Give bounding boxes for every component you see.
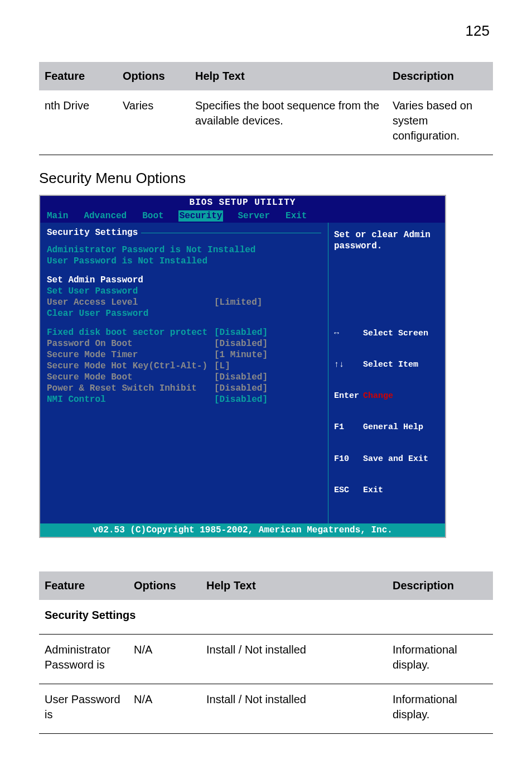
boot-table: Feature Options Help Text Description nt… (39, 62, 493, 155)
nav-action: General Help (363, 422, 423, 432)
secure-timer-value: [1 Minute] (214, 349, 268, 361)
page-number: 125 (39, 22, 493, 40)
power-reset-inhibit[interactable]: Power & Reset Switch Inhibit (47, 383, 214, 394)
secure-boot-value: [Disabled] (214, 372, 268, 383)
table-row: User Password is N/A Install / Not insta… (39, 684, 493, 734)
cell-feature: User Password is (39, 684, 128, 734)
nav-key: F1 (334, 422, 363, 433)
nav-action: Save and Exit (363, 454, 428, 464)
nav-key: Enter (334, 391, 363, 402)
fixed-disk-value: [Disabled] (214, 327, 268, 338)
nav-action: Change (363, 391, 393, 401)
nmi-control[interactable]: NMI Control (47, 394, 214, 405)
cell-help: Install / Not installed (201, 635, 387, 684)
th-options: Options (117, 62, 190, 90)
cell-help: Specifies the boot sequence from the ava… (190, 90, 387, 155)
secure-mode-timer[interactable]: Secure Mode Timer (47, 349, 214, 361)
tab-exit[interactable]: Exit (284, 210, 308, 222)
secure-hotkey-value: [L] (214, 361, 230, 372)
cell-desc: Varies based on system configuration. (387, 90, 493, 155)
tab-boot[interactable]: Boot (141, 210, 165, 222)
table-row: nth Drive Varies Specifies the boot sequ… (39, 90, 493, 155)
nav-action: Select Screen (363, 329, 428, 338)
th-feature: Feature (39, 62, 117, 90)
section-row: Security Settings (39, 600, 493, 635)
nav-key: ↑↓ (334, 360, 363, 371)
bios-footer: v02.53 (C)Copyright 1985-2002, American … (40, 523, 445, 537)
cell-desc: Informational display. (387, 684, 493, 734)
bios-main-panel: Security Settings Administrator Password… (40, 223, 328, 523)
clear-user-password[interactable]: Clear User Password (47, 308, 321, 319)
password-on-boot-value: [Disabled] (214, 338, 268, 349)
nav-key: F10 (334, 454, 363, 465)
bios-title: BIOS SETUP UTILITY (40, 196, 445, 209)
set-admin-password[interactable]: Set Admin Password (47, 275, 321, 286)
security-table: Feature Options Help Text Description Se… (39, 571, 493, 734)
bios-menu-bar[interactable]: Main Advanced Boot Security Server Exit (40, 209, 445, 223)
bios-screenshot: BIOS SETUP UTILITY Main Advanced Boot Se… (39, 195, 446, 538)
th-options: Options (128, 571, 201, 600)
power-reset-value: [Disabled] (214, 383, 268, 394)
tab-main[interactable]: Main (46, 210, 69, 222)
nav-action: Select Item (363, 360, 418, 369)
th-help: Help Text (201, 571, 387, 600)
secure-mode-boot[interactable]: Secure Mode Boot (47, 372, 214, 383)
cell-options: N/A (128, 635, 201, 684)
nav-key: ESC (334, 486, 363, 496)
th-help: Help Text (190, 62, 387, 90)
nav-key: ↔ (334, 329, 363, 339)
cell-desc: Informational display. (387, 635, 493, 684)
secure-mode-hotkey[interactable]: Secure Mode Hot Key(Ctrl-Alt-) (47, 361, 214, 372)
bios-help-panel: Set or clear Admin password. ↔Select Scr… (328, 223, 445, 523)
section-title: Security Settings (39, 600, 493, 635)
password-on-boot[interactable]: Password On Boot (47, 338, 214, 349)
admin-pwd-status: Administrator Password is Not Installed (47, 244, 321, 256)
set-user-password[interactable]: Set User Password (47, 286, 321, 297)
cell-options: Varies (117, 90, 190, 155)
nav-action: Exit (363, 486, 383, 495)
table-row: Administrator Password is N/A Install / … (39, 635, 493, 684)
tab-security[interactable]: Security (178, 210, 224, 222)
section-heading: Security Menu Options (39, 170, 493, 187)
user-access-level[interactable]: User Access Level (47, 297, 214, 308)
tab-advanced[interactable]: Advanced (83, 210, 128, 222)
th-feature: Feature (39, 571, 128, 600)
panel-title: Security Settings (47, 228, 141, 238)
th-desc: Description (387, 62, 493, 90)
tab-server[interactable]: Server (236, 210, 271, 222)
fixed-disk-protect[interactable]: Fixed disk boot sector protect (47, 327, 214, 338)
nav-legend: ↔Select Screen ↑↓Select Item EnterChange… (334, 307, 439, 517)
cell-feature: nth Drive (39, 90, 117, 155)
cell-options: N/A (128, 684, 201, 734)
cell-feature: Administrator Password is (39, 635, 128, 684)
user-access-value: [Limited] (214, 297, 262, 308)
cell-help: Install / Not installed (201, 684, 387, 734)
user-pwd-status: User Password is Not Installed (47, 256, 321, 267)
nmi-value: [Disabled] (214, 394, 268, 405)
th-desc: Description (387, 571, 493, 600)
help-text: Set or clear Admin password. (334, 229, 439, 252)
